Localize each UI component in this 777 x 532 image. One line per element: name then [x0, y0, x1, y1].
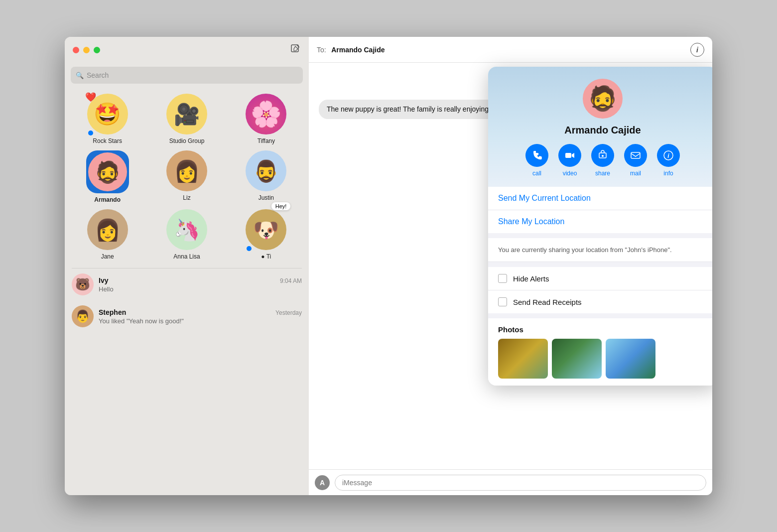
- close-button[interactable]: [73, 47, 79, 53]
- imessage-input[interactable]: [335, 475, 706, 491]
- studio-group-name: Studio Group: [169, 137, 205, 144]
- rock-stars-name: Rock Stars: [93, 137, 122, 144]
- photos-grid: [498, 339, 707, 379]
- titlebar: [65, 37, 309, 63]
- info-button[interactable]: i: [690, 43, 704, 57]
- stephen-content: Stephen Yesterday You liked "Yeah now is…: [99, 308, 302, 325]
- studio-group-avatar-wrapper: 🎥: [166, 94, 207, 134]
- send-location-link[interactable]: Send My Current Location: [488, 187, 712, 210]
- section-divider-3: [488, 313, 712, 318]
- call-label: call: [532, 170, 541, 177]
- photo-1[interactable]: [498, 339, 548, 379]
- stephen-avatar: 👨: [72, 305, 94, 327]
- ti-avatar: 🐶: [246, 209, 286, 250]
- to-label: To:: [317, 46, 326, 54]
- info-actions: call video: [525, 144, 680, 177]
- info-action-share[interactable]: share: [591, 144, 614, 177]
- jane-avatar-wrapper: 👩: [87, 209, 128, 250]
- pinned-contact-anna-lisa[interactable]: 🦄 Anna Lisa: [150, 209, 223, 260]
- ivy-avatar: 🐻: [72, 273, 94, 295]
- memoji-button[interactable]: A: [315, 475, 330, 490]
- info-action-mail[interactable]: mail: [624, 144, 647, 177]
- share-label: share: [595, 170, 610, 177]
- send-read-receipts-label: Send Read Receipts: [513, 298, 582, 306]
- ti-unread-dot: [247, 246, 252, 251]
- svg-rect-4: [631, 152, 640, 158]
- armando-name: Armando: [94, 196, 121, 203]
- justin-avatar: 🧔‍♂️: [246, 150, 286, 191]
- chat-recipient-area: To: Armando Cajide: [317, 45, 385, 54]
- heart-badge: ❤️: [85, 92, 96, 103]
- ivy-time: 9:04 AM: [280, 277, 302, 284]
- anna-lisa-name: Anna Lisa: [173, 253, 200, 260]
- message-2-text: The new puppy is great! The family is re…: [327, 105, 504, 113]
- info-panel-body: Send My Current Location Share My Locati…: [488, 187, 712, 386]
- pinned-contact-ti[interactable]: 🐶 Hey! ● Ti: [230, 209, 303, 260]
- hide-alerts-checkbox[interactable]: [498, 274, 507, 283]
- rock-stars-unread-dot: [88, 131, 93, 135]
- info-panel-header: 🧔 Armando Cajide call: [488, 67, 712, 187]
- ivy-header: Ivy 9:04 AM: [99, 276, 302, 284]
- mail-label: mail: [630, 170, 641, 177]
- video-icon-btn: [558, 144, 581, 167]
- liz-avatar: 👩: [166, 150, 207, 191]
- svg-point-3: [602, 155, 604, 157]
- ti-avatar-wrapper: 🐶 Hey!: [246, 209, 286, 250]
- svg-rect-1: [565, 153, 571, 158]
- photos-section: Photos: [488, 318, 712, 386]
- pinned-contacts: 🤩 ❤️ Rock Stars 🎥 Studio Group 🌸: [65, 90, 309, 268]
- conversation-ivy[interactable]: 🐻 Ivy 9:04 AM Hello: [65, 268, 309, 300]
- pinned-contact-jane[interactable]: 👩 Jane: [71, 209, 144, 260]
- location-section: Send My Current Location Share My Locati…: [488, 187, 712, 233]
- chat-header: To: Armando Cajide i: [309, 37, 712, 63]
- stephen-header: Stephen Yesterday: [99, 308, 302, 316]
- search-bar[interactable]: 🔍 Search: [71, 67, 303, 84]
- hide-alerts-row: Hide Alerts: [488, 267, 712, 290]
- maximize-button[interactable]: [94, 47, 100, 53]
- share-location-link[interactable]: Share My Location: [488, 210, 712, 233]
- message-2: The new puppy is great! The family is re…: [319, 100, 512, 120]
- tiffany-avatar-wrapper: 🌸: [246, 94, 286, 134]
- justin-name: Justin: [259, 194, 274, 201]
- justin-avatar-wrapper: 🧔‍♂️: [246, 150, 286, 191]
- main-chat: To: Armando Cajide i It was the oth The …: [309, 37, 712, 495]
- conversation-stephen[interactable]: 👨 Stephen Yesterday You liked "Yeah now …: [65, 300, 309, 332]
- photo-2[interactable]: [552, 339, 602, 379]
- share-icon-btn: [591, 144, 614, 167]
- pinned-contact-armando[interactable]: 🧔 Armando: [71, 150, 144, 203]
- ivy-preview: Hello: [99, 285, 228, 293]
- minimize-button[interactable]: [83, 47, 90, 53]
- compose-icon[interactable]: [290, 43, 301, 56]
- rock-stars-avatar-wrapper: 🤩 ❤️: [87, 94, 128, 134]
- location-note-section: You are currently sharing your location …: [488, 238, 712, 262]
- search-placeholder: Search: [87, 71, 109, 79]
- send-read-receipts-row: Send Read Receipts: [488, 290, 712, 313]
- pinned-contact-liz[interactable]: 👩 Liz: [150, 150, 223, 203]
- info-action-info[interactable]: i info: [657, 144, 680, 177]
- studio-group-avatar: 🎥: [166, 94, 207, 134]
- app-window: 🔍 Search 🤩 ❤️ Rock Stars 🎥 Studio Group: [65, 37, 712, 495]
- ivy-name: Ivy: [99, 276, 108, 284]
- liz-name: Liz: [183, 194, 190, 201]
- info-label: info: [663, 170, 673, 177]
- stephen-time: Yesterday: [275, 309, 302, 316]
- section-divider-2: [488, 262, 712, 267]
- info-action-video[interactable]: video: [558, 144, 581, 177]
- pinned-contact-rock-stars[interactable]: 🤩 ❤️ Rock Stars: [71, 94, 144, 144]
- tiffany-avatar: 🌸: [246, 94, 286, 134]
- video-label: video: [563, 170, 577, 177]
- stephen-name: Stephen: [99, 308, 126, 316]
- section-divider-1: [488, 233, 712, 238]
- svg-text:i: i: [667, 152, 669, 159]
- traffic-lights: [73, 47, 100, 53]
- photo-3[interactable]: [606, 339, 655, 379]
- send-read-receipts-checkbox[interactable]: [498, 297, 507, 306]
- ti-name: ● Ti: [261, 253, 271, 260]
- pinned-contact-studio-group[interactable]: 🎥 Studio Group: [150, 94, 223, 144]
- info-action-call[interactable]: call: [525, 144, 548, 177]
- info-icon-btn: i: [657, 144, 680, 167]
- pinned-contact-justin[interactable]: 🧔‍♂️ Justin: [230, 150, 303, 203]
- pinned-contact-tiffany[interactable]: 🌸 Tiffany: [230, 94, 303, 144]
- hide-alerts-label: Hide Alerts: [513, 274, 549, 283]
- chat-recipient-name: Armando Cajide: [331, 46, 385, 54]
